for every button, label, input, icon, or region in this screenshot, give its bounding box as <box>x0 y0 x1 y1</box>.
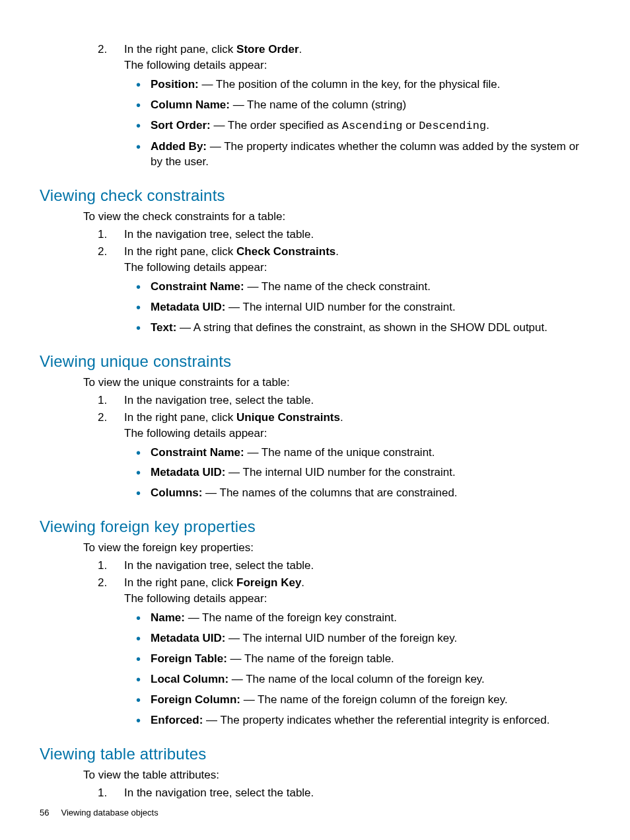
detail-column-name: Column Name: — The name of the column (s… <box>151 95 590 116</box>
desc: — The property indicates whether the ref… <box>203 714 549 726</box>
detail-name: Name: — The name of the foreign key cons… <box>151 608 590 629</box>
step-2: In the right pane, click Foreign Key. Th… <box>98 574 590 733</box>
desc: — The name of the column (string) <box>230 98 406 111</box>
term: Local Column: <box>151 673 228 685</box>
step-2: In the right pane, click Store Order. Th… <box>98 41 590 174</box>
detail-metadata-uid: Metadata UID: — The internal UID number … <box>151 297 590 318</box>
term: Position: <box>151 78 199 91</box>
term: Columns: <box>151 486 202 499</box>
desc: — The internal UID number of the foreign… <box>225 632 457 644</box>
step-suffix: . <box>340 411 343 424</box>
step-suffix: . <box>301 576 304 589</box>
code-descending: Descending <box>419 120 486 132</box>
heading-table-attributes: Viewing table attributes <box>40 745 590 763</box>
desc: — The position of the column in the key,… <box>199 78 501 91</box>
detail-added-by: Added By: — The property indicates wheth… <box>151 137 590 172</box>
step-suffix: . <box>335 245 339 258</box>
desc: — The name of the unique constraint. <box>244 446 435 459</box>
step-2: In the right pane, click Unique Constrai… <box>98 409 590 506</box>
term: Foreign Column: <box>151 693 240 706</box>
term: Metadata UID: <box>151 301 225 313</box>
intro-check: To view the check constraints for a tabl… <box>83 210 590 223</box>
unique-steps: In the navigation tree, select the table… <box>98 392 590 506</box>
code-ascending: Ascending <box>342 120 403 132</box>
desc: — The internal UID number for the constr… <box>225 466 455 478</box>
term: Constraint Name: <box>151 446 244 459</box>
detail-sort-order: Sort Order: — The order specified as Asc… <box>151 116 590 137</box>
detail-position: Position: — The position of the column i… <box>151 75 590 95</box>
desc: — The internal UID number for the constr… <box>225 301 455 313</box>
term: Name: <box>151 611 185 624</box>
intro-attributes: To view the table attributes: <box>83 769 590 782</box>
intro-foreign: To view the foreign key properties: <box>83 541 590 554</box>
desc: — The names of the columns that are cons… <box>202 486 457 499</box>
detail-text: Text: — A string that defines the constr… <box>151 318 590 338</box>
foreign-key-label: Foreign Key <box>236 576 301 589</box>
detail-foreign-column: Foreign Column: — The name of the foreig… <box>151 690 590 710</box>
store-order-details: Position: — The position of the column i… <box>124 75 590 172</box>
details-lead: The following details appear: <box>124 427 590 440</box>
step-suffix: . <box>299 43 302 56</box>
check-steps: In the navigation tree, select the table… <box>98 226 590 340</box>
detail-foreign-table: Foreign Table: — The name of the foreign… <box>151 649 590 669</box>
store-order-steps: In the right pane, click Store Order. Th… <box>98 41 590 174</box>
foreign-steps: In the navigation tree, select the table… <box>98 557 590 733</box>
check-constraints-label: Check Constraints <box>236 245 335 258</box>
step-text: In the right pane, click <box>124 43 236 56</box>
details-lead: The following details appear: <box>124 261 590 274</box>
details-lead: The following details appear: <box>124 59 590 72</box>
desc: — The name of the foreign table. <box>227 652 394 665</box>
page-number: 56 <box>40 808 49 818</box>
chapter-title: Viewing database objects <box>61 808 158 818</box>
term: Column Name: <box>151 98 230 111</box>
step-text: In the right pane, click <box>124 576 236 589</box>
unique-constraints-label: Unique Constraints <box>236 411 340 424</box>
desc: — The name of the foreign key constraint… <box>185 611 397 624</box>
step-1: In the navigation tree, select the table… <box>98 557 590 574</box>
step-text: In the right pane, click <box>124 245 236 258</box>
unique-details: Constraint Name: — The name of the uniqu… <box>124 443 590 504</box>
detail-enforced: Enforced: — The property indicates wheth… <box>151 710 590 731</box>
term: Constraint Name: <box>151 280 244 293</box>
heading-foreign-key: Viewing foreign key properties <box>40 517 590 536</box>
attributes-steps: In the navigation tree, select the table… <box>98 784 590 802</box>
detail-constraint-name: Constraint Name: — The name of the check… <box>151 277 590 297</box>
check-details: Constraint Name: — The name of the check… <box>124 277 590 338</box>
desc-pre: — The order specified as <box>211 119 342 132</box>
page-footer: 56Viewing database objects <box>40 808 158 818</box>
term: Added By: <box>151 140 207 153</box>
step-1: In the navigation tree, select the table… <box>98 392 590 409</box>
detail-local-column: Local Column: — The name of the local co… <box>151 669 590 690</box>
heading-check-constraints: Viewing check constraints <box>40 186 590 205</box>
term: Enforced: <box>151 714 203 726</box>
step-2: In the right pane, click Check Constrain… <box>98 243 590 340</box>
heading-unique-constraints: Viewing unique constraints <box>40 352 590 371</box>
foreign-details: Name: — The name of the foreign key cons… <box>124 608 590 731</box>
mid: or <box>403 119 419 132</box>
detail-columns: Columns: — The names of the columns that… <box>151 483 590 504</box>
term: Metadata UID: <box>151 466 225 478</box>
step-1: In the navigation tree, select the table… <box>98 226 590 243</box>
term: Sort Order: <box>151 119 211 132</box>
intro-unique: To view the unique constraints for a tab… <box>83 376 590 389</box>
detail-constraint-name: Constraint Name: — The name of the uniqu… <box>151 443 590 463</box>
document-page: In the right pane, click Store Order. Th… <box>0 0 630 802</box>
desc: — The name of the foreign column of the … <box>240 693 508 706</box>
desc: — A string that defines the constraint, … <box>176 321 547 334</box>
step-text: In the right pane, click <box>124 411 236 424</box>
desc-post: . <box>486 119 489 132</box>
desc: — The property indicates whether the col… <box>151 140 579 168</box>
details-lead: The following details appear: <box>124 592 590 605</box>
desc: — The name of the local column of the fo… <box>228 673 485 685</box>
detail-metadata-uid: Metadata UID: — The internal UID number … <box>151 463 590 483</box>
term: Text: <box>151 321 176 334</box>
detail-metadata-uid: Metadata UID: — The internal UID number … <box>151 629 590 649</box>
desc: — The name of the check constraint. <box>244 280 431 293</box>
term: Foreign Table: <box>151 652 227 665</box>
term: Metadata UID: <box>151 632 225 644</box>
store-order-label: Store Order <box>236 43 298 56</box>
step-1: In the navigation tree, select the table… <box>98 784 590 802</box>
